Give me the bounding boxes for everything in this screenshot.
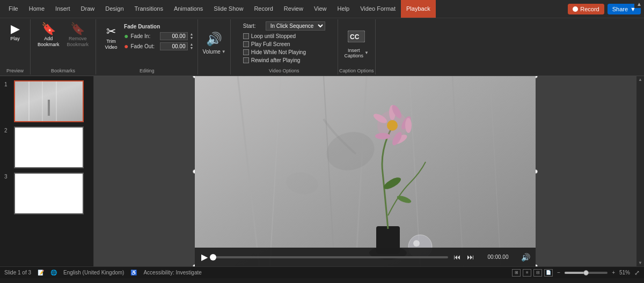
hide-while-checkbox[interactable] <box>243 49 249 55</box>
slide-thumb-2[interactable] <box>14 126 84 168</box>
rewind-label: Rewind after Playing <box>251 57 301 63</box>
video-options-group-label: Video Options <box>231 68 338 73</box>
tab-design[interactable]: Design <box>100 0 129 18</box>
slide-item-1[interactable]: 1 <box>4 80 89 122</box>
outline-view-icon[interactable]: ≡ <box>523 269 531 277</box>
captions-dropdown-icon[interactable]: ▼ <box>364 50 369 55</box>
slide-item-3[interactable]: 3 <box>4 173 89 214</box>
zoom-plus-icon[interactable]: + <box>612 270 615 275</box>
start-select[interactable]: In Click Sequence Automatically When Cli… <box>266 21 325 31</box>
notes-view-icon[interactable]: 📄 <box>544 269 553 277</box>
ribbon-group-bookmarks: 🔖 AddBookmark 🔖 RemoveBookmark Bookmarks <box>31 19 96 75</box>
menu-tabs: File Home Insert Draw Design Transitions… <box>3 0 436 18</box>
add-bookmark-button[interactable]: 🔖 AddBookmark <box>35 21 62 49</box>
captions-icon[interactable]: CC <box>348 31 365 46</box>
captions-label-row: InsertCaptions ▼ <box>344 48 368 58</box>
slide-thumb-1[interactable] <box>14 80 84 122</box>
tab-draw[interactable]: Draw <box>76 0 100 18</box>
remove-bookmark-button[interactable]: 🔖 RemoveBookmark <box>64 21 92 49</box>
rewind-checkbox[interactable] <box>243 57 249 63</box>
tab-file[interactable]: File <box>3 0 24 18</box>
video-progress-bar[interactable] <box>213 256 448 258</box>
volume-dropdown-icon[interactable]: ▼ <box>222 49 226 54</box>
slide-num-3: 3 <box>4 173 12 180</box>
volume-button[interactable]: 🔊 <box>521 253 530 262</box>
slide-2-preview <box>15 128 83 167</box>
tab-record[interactable]: Record <box>248 0 278 18</box>
cc-icon-svg: CC <box>348 31 365 42</box>
bookmarks-content: 🔖 AddBookmark 🔖 RemoveBookmark <box>35 21 91 72</box>
tab-help[interactable]: Help <box>332 0 355 18</box>
ribbon: ▶ Play Preview 🔖 AddBookmark 🔖 RemoveBoo… <box>0 18 644 76</box>
status-right: ⊞ ≡ ⊟ 📄 − + 51% ⤢ <box>512 269 640 277</box>
forward-small-button[interactable]: ⏭ <box>466 253 475 261</box>
play-button[interactable]: ▶ Play <box>4 21 26 43</box>
scroll-up-icon[interactable]: ▲ <box>638 77 642 82</box>
video-frame <box>195 76 536 266</box>
bookmarks-group-label: Bookmarks <box>31 68 96 73</box>
tab-view[interactable]: View <box>309 0 332 18</box>
fade-out-label: Fade Out: <box>131 43 158 49</box>
captions-label: InsertCaptions <box>344 48 363 58</box>
ribbon-expand-button[interactable]: ▲ <box>634 0 644 8</box>
zoom-thumb[interactable] <box>583 270 589 275</box>
trim-video-button[interactable]: ✂ TrimVideo <box>100 21 122 52</box>
volume-icon: 🔊 <box>521 253 530 262</box>
tab-videoformat[interactable]: Video Format <box>355 0 401 18</box>
slide-info: Slide 1 of 3 <box>4 270 31 275</box>
slide-thumb-3[interactable] <box>14 173 84 214</box>
language-label: English (United Kingdom) <box>63 270 124 275</box>
ribbon-group-video-options: Start: In Click Sequence Automatically W… <box>231 19 338 75</box>
play-fullscreen-checkbox[interactable] <box>243 41 249 47</box>
fade-section: Fade Duration ● Fade In: ▲ ▼ ● Fade Out:… <box>124 21 193 50</box>
fade-out-dot: ● <box>124 42 128 50</box>
stem-preview <box>48 100 50 116</box>
remove-bookmark-label: RemoveBookmark <box>67 36 89 48</box>
record-label: Record <box>580 6 599 12</box>
tab-transitions[interactable]: Transitions <box>129 0 169 18</box>
loop-checkbox[interactable] <box>243 33 249 39</box>
video-options-content: Start: In Click Sequence Automatically W… <box>243 21 325 72</box>
flower-scene-svg <box>195 76 536 266</box>
fit-to-window-icon[interactable]: ⤢ <box>634 269 640 277</box>
preview-group-label: Preview <box>0 68 30 73</box>
hide-while-label: Hide While Not Playing <box>251 49 306 55</box>
tab-home[interactable]: Home <box>24 0 50 18</box>
time-display: 00:00.00 <box>479 254 517 260</box>
volume-label-row: Volume ▼ <box>202 49 225 55</box>
fade-out-spinner[interactable]: ▲ ▼ <box>190 42 194 50</box>
right-scrollbar[interactable]: ▲ ▼ <box>636 76 644 266</box>
fade-in-input[interactable] <box>160 32 188 40</box>
start-label: Start: <box>243 23 264 29</box>
ribbon-group-captions: CC InsertCaptions ▼ Caption Options <box>338 19 376 75</box>
zoom-slider[interactable] <box>565 272 608 274</box>
slidesorter-view-icon[interactable]: ⊟ <box>533 269 542 277</box>
tab-slideshow[interactable]: Slide Show <box>208 0 248 18</box>
rewind-small-button[interactable]: ⏮ <box>452 253 462 261</box>
record-button[interactable]: Record <box>568 4 604 14</box>
slide-item-2[interactable]: 2 <box>4 126 89 168</box>
volume-icon[interactable]: 🔊 <box>206 32 222 47</box>
slide-3-preview <box>15 174 83 213</box>
fade-in-spinner[interactable]: ▲ ▼ <box>190 32 194 40</box>
svg-text:CC: CC <box>350 33 360 41</box>
slide-canvas: ▶ ⏮ ⏭ 00:00.00 🔊 <box>195 76 536 266</box>
scroll-down-icon[interactable]: ▼ <box>638 260 642 265</box>
caption-options-group-label: Caption Options <box>338 68 375 73</box>
svg-point-13 <box>413 240 420 247</box>
add-bookmark-icon: 🔖 <box>41 23 56 35</box>
preview-content: ▶ Play <box>4 21 26 72</box>
play-icon: ▶ <box>201 252 208 262</box>
language-indicator[interactable]: 🌐 <box>50 270 57 275</box>
video-play-button[interactable]: ▶ <box>200 251 209 263</box>
record-circle-icon <box>573 6 578 12</box>
ribbon-group-editing: ✂ TrimVideo Fade Duration ● Fade In: ▲ ▼… <box>96 19 198 75</box>
tab-insert[interactable]: Insert <box>50 0 76 18</box>
fade-out-input[interactable] <box>160 42 188 50</box>
top-right-actions: Record Share ▼ <box>568 4 641 14</box>
tab-animations[interactable]: Animations <box>169 0 208 18</box>
zoom-minus-icon[interactable]: − <box>557 270 560 275</box>
tab-playback[interactable]: Playback <box>401 0 436 18</box>
tab-review[interactable]: Review <box>279 0 309 18</box>
normal-view-icon[interactable]: ⊞ <box>512 269 521 277</box>
